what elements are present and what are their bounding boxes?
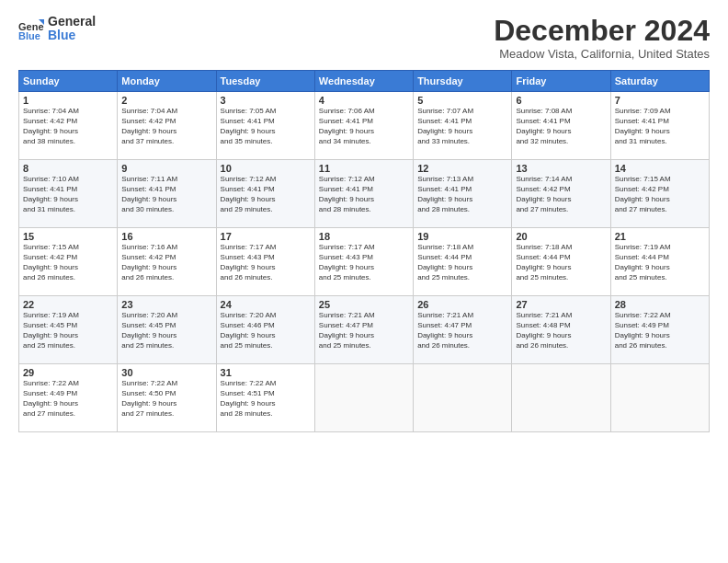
cell-info: Sunrise: 7:16 AMSunset: 4:42 PMDaylight:… xyxy=(121,243,211,282)
cell-info: Sunrise: 7:21 AMSunset: 4:47 PMDaylight:… xyxy=(319,311,409,350)
cell-info: Sunrise: 7:21 AMSunset: 4:48 PMDaylight:… xyxy=(516,311,606,350)
calendar-cell xyxy=(314,364,413,432)
calendar-cell: 12Sunrise: 7:13 AMSunset: 4:41 PMDayligh… xyxy=(414,160,512,228)
location: Meadow Vista, California, United States xyxy=(494,47,710,61)
day-number: 15 xyxy=(23,231,113,242)
cell-info: Sunrise: 7:19 AMSunset: 4:45 PMDaylight:… xyxy=(23,311,113,350)
day-number: 7 xyxy=(615,95,705,106)
cell-info: Sunrise: 7:12 AMSunset: 4:41 PMDaylight:… xyxy=(319,175,409,214)
day-number: 29 xyxy=(23,367,113,378)
day-number: 13 xyxy=(516,163,606,174)
calendar-week-row: 1Sunrise: 7:04 AMSunset: 4:42 PMDaylight… xyxy=(19,92,710,160)
day-number: 25 xyxy=(319,299,409,310)
day-number: 9 xyxy=(121,163,211,174)
calendar-cell: 19Sunrise: 7:18 AMSunset: 4:44 PMDayligh… xyxy=(414,228,512,296)
calendar-cell: 6Sunrise: 7:08 AMSunset: 4:41 PMDaylight… xyxy=(512,92,610,160)
logo-general-text: General xyxy=(48,15,96,29)
title-block: December 2024 Meadow Vista, California, … xyxy=(494,15,710,61)
cell-info: Sunrise: 7:18 AMSunset: 4:44 PMDaylight:… xyxy=(417,243,507,282)
day-number: 12 xyxy=(417,163,507,174)
calendar-cell xyxy=(414,364,512,432)
cell-info: Sunrise: 7:18 AMSunset: 4:44 PMDaylight:… xyxy=(516,243,606,282)
calendar-week-row: 29Sunrise: 7:22 AMSunset: 4:49 PMDayligh… xyxy=(19,364,710,432)
calendar-cell: 5Sunrise: 7:07 AMSunset: 4:41 PMDaylight… xyxy=(414,92,512,160)
calendar-cell: 3Sunrise: 7:05 AMSunset: 4:41 PMDaylight… xyxy=(216,92,314,160)
day-number: 23 xyxy=(121,299,211,310)
calendar-table: Sunday Monday Tuesday Wednesday Thursday… xyxy=(18,70,710,432)
day-number: 4 xyxy=(319,95,409,106)
cell-info: Sunrise: 7:04 AMSunset: 4:42 PMDaylight:… xyxy=(23,107,113,146)
cell-info: Sunrise: 7:19 AMSunset: 4:44 PMDaylight:… xyxy=(615,243,705,282)
calendar-cell: 25Sunrise: 7:21 AMSunset: 4:47 PMDayligh… xyxy=(314,296,413,364)
header-saturday: Saturday xyxy=(610,71,709,92)
calendar-cell: 18Sunrise: 7:17 AMSunset: 4:43 PMDayligh… xyxy=(314,228,413,296)
logo: General Blue General Blue xyxy=(18,15,96,43)
day-number: 28 xyxy=(615,299,705,310)
cell-info: Sunrise: 7:13 AMSunset: 4:41 PMDaylight:… xyxy=(417,175,507,214)
calendar-cell: 29Sunrise: 7:22 AMSunset: 4:49 PMDayligh… xyxy=(19,364,118,432)
cell-info: Sunrise: 7:06 AMSunset: 4:41 PMDaylight:… xyxy=(319,107,409,146)
header: General Blue General Blue December 2024 … xyxy=(18,15,710,61)
calendar-page: General Blue General Blue December 2024 … xyxy=(0,0,728,563)
day-number: 27 xyxy=(516,299,606,310)
day-number: 6 xyxy=(516,95,606,106)
logo-icon: General Blue xyxy=(18,16,44,41)
cell-info: Sunrise: 7:21 AMSunset: 4:47 PMDaylight:… xyxy=(417,311,507,350)
calendar-cell: 21Sunrise: 7:19 AMSunset: 4:44 PMDayligh… xyxy=(610,228,709,296)
calendar-cell: 20Sunrise: 7:18 AMSunset: 4:44 PMDayligh… xyxy=(512,228,610,296)
header-tuesday: Tuesday xyxy=(216,71,314,92)
header-friday: Friday xyxy=(512,71,610,92)
calendar-cell: 23Sunrise: 7:20 AMSunset: 4:45 PMDayligh… xyxy=(118,296,216,364)
calendar-cell: 16Sunrise: 7:16 AMSunset: 4:42 PMDayligh… xyxy=(118,228,216,296)
calendar-cell: 9Sunrise: 7:11 AMSunset: 4:41 PMDaylight… xyxy=(118,160,216,228)
cell-info: Sunrise: 7:20 AMSunset: 4:46 PMDaylight:… xyxy=(221,311,311,350)
day-number: 22 xyxy=(23,299,113,310)
calendar-cell: 28Sunrise: 7:22 AMSunset: 4:49 PMDayligh… xyxy=(610,296,709,364)
calendar-cell: 2Sunrise: 7:04 AMSunset: 4:42 PMDaylight… xyxy=(118,92,216,160)
cell-info: Sunrise: 7:17 AMSunset: 4:43 PMDaylight:… xyxy=(319,243,409,282)
day-number: 20 xyxy=(516,231,606,242)
cell-info: Sunrise: 7:20 AMSunset: 4:45 PMDaylight:… xyxy=(121,311,211,350)
day-number: 31 xyxy=(221,367,311,378)
day-number: 8 xyxy=(23,163,113,174)
cell-info: Sunrise: 7:22 AMSunset: 4:49 PMDaylight:… xyxy=(615,311,705,350)
calendar-week-row: 22Sunrise: 7:19 AMSunset: 4:45 PMDayligh… xyxy=(19,296,710,364)
calendar-header-row: Sunday Monday Tuesday Wednesday Thursday… xyxy=(19,71,710,92)
day-number: 1 xyxy=(23,95,113,106)
calendar-cell: 11Sunrise: 7:12 AMSunset: 4:41 PMDayligh… xyxy=(314,160,413,228)
cell-info: Sunrise: 7:09 AMSunset: 4:41 PMDaylight:… xyxy=(615,107,705,146)
logo-text: General Blue xyxy=(48,15,96,43)
day-number: 24 xyxy=(221,299,311,310)
cell-info: Sunrise: 7:22 AMSunset: 4:51 PMDaylight:… xyxy=(221,379,311,419)
day-number: 11 xyxy=(319,163,409,174)
cell-info: Sunrise: 7:12 AMSunset: 4:41 PMDaylight:… xyxy=(221,175,311,214)
day-number: 3 xyxy=(221,95,311,106)
header-wednesday: Wednesday xyxy=(314,71,413,92)
calendar-cell: 8Sunrise: 7:10 AMSunset: 4:41 PMDaylight… xyxy=(19,160,118,228)
cell-info: Sunrise: 7:07 AMSunset: 4:41 PMDaylight:… xyxy=(417,107,507,146)
cell-info: Sunrise: 7:14 AMSunset: 4:42 PMDaylight:… xyxy=(516,175,606,214)
day-number: 21 xyxy=(615,231,705,242)
day-number: 2 xyxy=(121,95,211,106)
calendar-cell: 1Sunrise: 7:04 AMSunset: 4:42 PMDaylight… xyxy=(19,92,118,160)
calendar-cell: 10Sunrise: 7:12 AMSunset: 4:41 PMDayligh… xyxy=(216,160,314,228)
cell-info: Sunrise: 7:04 AMSunset: 4:42 PMDaylight:… xyxy=(121,107,211,146)
cell-info: Sunrise: 7:08 AMSunset: 4:41 PMDaylight:… xyxy=(516,107,606,146)
calendar-cell: 4Sunrise: 7:06 AMSunset: 4:41 PMDaylight… xyxy=(314,92,413,160)
cell-info: Sunrise: 7:15 AMSunset: 4:42 PMDaylight:… xyxy=(615,175,705,214)
cell-info: Sunrise: 7:10 AMSunset: 4:41 PMDaylight:… xyxy=(23,175,113,214)
day-number: 18 xyxy=(319,231,409,242)
month-title: December 2024 xyxy=(494,15,710,47)
cell-info: Sunrise: 7:15 AMSunset: 4:42 PMDaylight:… xyxy=(23,243,113,282)
calendar-cell: 26Sunrise: 7:21 AMSunset: 4:47 PMDayligh… xyxy=(414,296,512,364)
cell-info: Sunrise: 7:22 AMSunset: 4:50 PMDaylight:… xyxy=(121,379,211,419)
cell-info: Sunrise: 7:17 AMSunset: 4:43 PMDaylight:… xyxy=(221,243,311,282)
logo-blue-text: Blue xyxy=(48,29,96,42)
cell-info: Sunrise: 7:22 AMSunset: 4:49 PMDaylight:… xyxy=(23,379,113,419)
calendar-cell: 14Sunrise: 7:15 AMSunset: 4:42 PMDayligh… xyxy=(610,160,709,228)
header-thursday: Thursday xyxy=(414,71,512,92)
day-number: 17 xyxy=(221,231,311,242)
calendar-week-row: 8Sunrise: 7:10 AMSunset: 4:41 PMDaylight… xyxy=(19,160,710,228)
calendar-cell: 17Sunrise: 7:17 AMSunset: 4:43 PMDayligh… xyxy=(216,228,314,296)
day-number: 5 xyxy=(417,95,507,106)
